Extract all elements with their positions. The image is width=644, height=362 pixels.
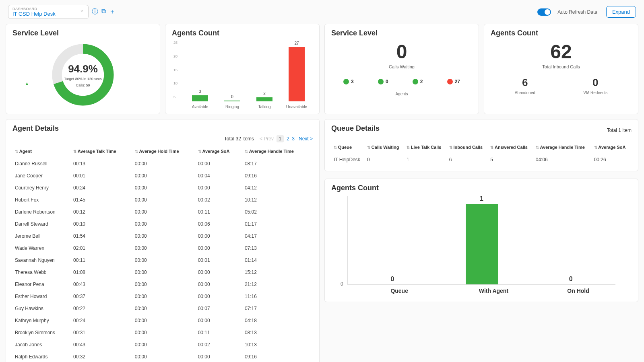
table-row: Brooklyn Simmons00:3100:0000:1108:13 (13, 327, 312, 338)
inbound-label: Total Inbound Calls (491, 64, 632, 69)
card-title: Service Level (12, 29, 153, 37)
col-header[interactable]: Average Talk Time (72, 146, 132, 157)
col-header[interactable]: Average Hold Time (133, 146, 196, 157)
auto-refresh-toggle[interactable] (537, 8, 551, 16)
agents-count-bar-card: Agents Count 252015105 3Available0Ringin… (165, 24, 320, 114)
table-row: Eleanor Pena00:4300:0000:0021:12 (13, 279, 312, 290)
agent-details-table: AgentAverage Talk TimeAverage Hold TimeA… (12, 145, 313, 362)
table-row: Ralph Edwards00:3200:0000:0009:16 (13, 351, 312, 362)
agents-count-chart-card: Agents Count 0 0Queue1With Agent0On Hold (324, 179, 638, 302)
col-header[interactable]: Average SoA (196, 146, 242, 157)
chevron-down-icon: ⌄ (80, 7, 84, 13)
queue-details-table: QueueCalls WaitingLive Talk CallsInbound… (331, 141, 632, 166)
bar-with-agent: 1With Agent (437, 195, 526, 284)
prev-page: < Prev (260, 136, 274, 142)
total-items: Total 32 items (224, 136, 254, 142)
table-row: Jerome Bell01:5400:0000:0004:17 (13, 230, 312, 242)
col-header[interactable]: Live Talk Calls (405, 142, 447, 153)
service-level-calls: Calls: 59 (64, 83, 102, 88)
inbound-calls-card: Agents Count 62 Total Inbound Calls 6Aba… (484, 24, 638, 114)
page-2[interactable]: 2 (287, 136, 289, 142)
calls-waiting-card: Service Level 0 Calls Waiting 3 0 2 27 A… (324, 24, 479, 114)
bar-available: 3Available (184, 89, 216, 109)
table-row: Courtney Henry00:2400:0000:0004:12 (13, 182, 312, 193)
agent-dot-unavailable: 27 (447, 79, 460, 84)
trend-up-icon: ▲ (25, 81, 29, 86)
page-3[interactable]: 3 (292, 136, 295, 142)
expand-button[interactable]: Expand (606, 6, 636, 18)
calls-waiting-value: 0 (331, 41, 472, 63)
agents-bar-chart: 252015105 3Available0Ringing2Talking27Un… (172, 41, 313, 109)
col-header[interactable]: Agent (13, 146, 71, 157)
bar-unavailable: 27Unavailable (281, 41, 313, 109)
agents-count-chart: 0 0Queue1With Agent0On Hold (347, 196, 615, 285)
bar-queue: 0Queue (348, 276, 437, 284)
table-row: Theresa Webb01:0800:0000:0015:12 (13, 267, 312, 278)
service-level-target: Target 80% in 120 secs (64, 77, 102, 82)
table-row: Darrell Steward00:1000:0000:0601:17 (13, 218, 312, 230)
agent-details-card: Agent Details Total 32 items < Prev 1 2 … (6, 119, 320, 362)
col-header[interactable]: Average Handle Time (534, 142, 592, 153)
col-header[interactable]: Average SoA (592, 142, 631, 153)
plus-icon[interactable]: ＋ (109, 8, 116, 16)
info-icon[interactable]: ⓘ (92, 8, 98, 16)
queue-total: Total 1 item (607, 128, 632, 133)
col-header[interactable]: Average Handle Time (243, 146, 312, 157)
queue-details-card: Queue Details Total 1 item QueueCalls Wa… (324, 119, 638, 171)
inbound-value: 62 (491, 41, 632, 63)
col-header[interactable]: Answered Calls (489, 142, 533, 153)
table-row: Jacob Jones00:4300:0000:0210:13 (13, 339, 312, 350)
col-header[interactable]: Inbound Calls (448, 142, 488, 153)
dashboard-name: IT GSD Help Desk (12, 11, 56, 17)
agent-dot-talking: 2 (413, 79, 423, 84)
vm-redirects-stat: 0VM Redirects (583, 76, 607, 95)
card-title: Agents Count (491, 29, 632, 37)
agent-dot-available: 3 (343, 79, 354, 84)
card-title: Agents Count (331, 184, 632, 192)
table-row: Darlene Robertson00:1200:0000:1105:02 (13, 206, 312, 218)
table-row: Esther Howard00:3700:0000:0011:16 (13, 291, 312, 302)
dashboard-selector[interactable]: DASHBOARD IT GSD Help Desk ⌄ (8, 5, 89, 19)
bar-ringing: 0Ringing (216, 95, 248, 109)
next-page[interactable]: Next > (299, 136, 313, 142)
table-row: Kathryn Murphy00:2400:0000:0004:18 (13, 315, 312, 326)
table-row: Robert Fox01:4500:0000:0210:12 (13, 194, 312, 206)
table-row: Savannah Nguyen00:1100:0000:0101:14 (13, 255, 312, 266)
col-header[interactable]: Calls Waiting (365, 142, 404, 153)
table-row: Wade Warren02:0100:0000:0007:13 (13, 243, 312, 254)
dashboard-section-label: DASHBOARD (12, 7, 84, 11)
service-level-donut-card: Service Level ▲ 94.9% Target 80% in 120 … (6, 24, 160, 114)
agent-dot-ringing: 0 (378, 79, 388, 84)
copy-icon[interactable]: ⧉ (101, 8, 106, 16)
table-row: Dianne Russell00:1300:0000:0008:17 (13, 158, 312, 169)
service-level-value: 94.9% (64, 63, 102, 75)
agents-label: Agents (331, 92, 472, 96)
y-axis: 252015105 (173, 41, 178, 99)
col-header[interactable]: Queue (332, 142, 365, 153)
table-row: IT HelpDesk016504:0600:26 (332, 154, 631, 165)
bar-on-hold: 0On Hold (526, 276, 615, 284)
page-1[interactable]: 1 (277, 135, 284, 142)
table-row: Guy Hawkins00:2200:0000:0707:17 (13, 303, 312, 314)
card-title: Service Level (331, 29, 472, 37)
abandoned-stat: 6Abandoned (515, 76, 535, 95)
card-title: Agent Details (12, 124, 313, 133)
card-title: Agents Count (172, 29, 313, 37)
auto-refresh-label: Auto Refresh Data (557, 9, 597, 15)
table-row: Jane Cooper00:0100:0000:0409:16 (13, 170, 312, 181)
bar-talking: 2Talking (248, 91, 281, 109)
card-title: Queue Details (331, 124, 380, 133)
calls-waiting-label: Calls Waiting (331, 64, 472, 69)
